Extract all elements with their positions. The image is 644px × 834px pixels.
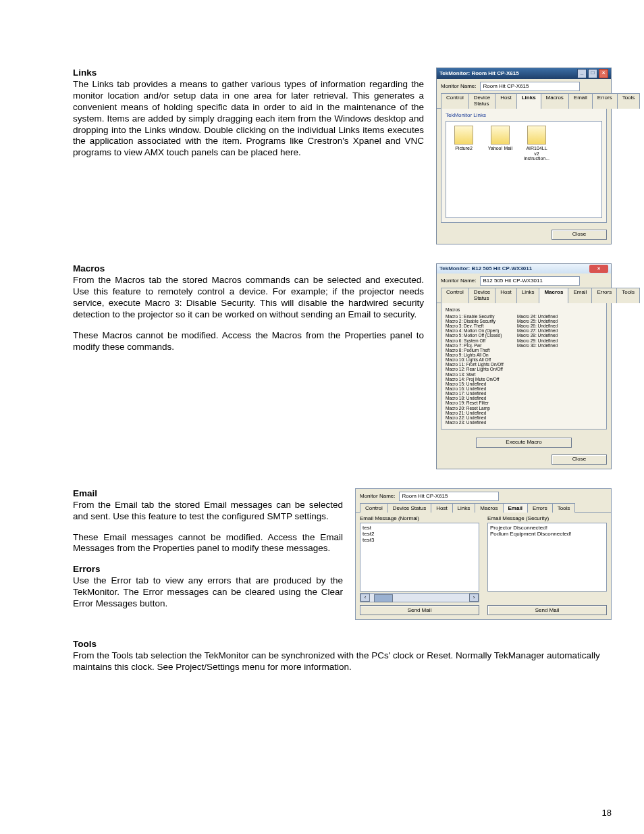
- macro-item[interactable]: Macro 6: System Off: [446, 338, 504, 343]
- macro-item[interactable]: Macro 30: Undefined: [517, 343, 558, 348]
- list-item[interactable]: Podium Equipment Disconnected!: [490, 531, 604, 537]
- macro-item[interactable]: Macro 12: Rear Lights On/Off: [446, 367, 504, 371]
- macro-item[interactable]: Macro 7: Proj. Pwr: [446, 343, 504, 348]
- email-paragraph-2: These Email messages cannot be modified.…: [73, 532, 343, 555]
- tab-errors[interactable]: Errors: [592, 93, 618, 109]
- tab-device-status[interactable]: Device Status: [468, 288, 495, 303]
- macros-list-left[interactable]: Macro 1: Enable Security Macro 2: Disabl…: [446, 314, 504, 425]
- close-button[interactable]: Close: [552, 230, 607, 240]
- macro-item[interactable]: Macro 2: Disable Security: [446, 319, 504, 323]
- tab-device-status[interactable]: Device Status: [468, 93, 495, 109]
- macro-item[interactable]: Macro 14: Proj Mute On/Off: [446, 377, 504, 382]
- macro-item[interactable]: Macro 21: Undefined: [446, 411, 504, 415]
- link-item[interactable]: Yahoo! Mail: [487, 126, 514, 213]
- macro-item[interactable]: Macro 18: Undefined: [446, 396, 504, 400]
- tab-email[interactable]: Email: [503, 503, 528, 513]
- macro-item[interactable]: Macro 28: Undefined: [517, 333, 558, 338]
- macro-item[interactable]: Macro 4: Motion On (Open): [446, 328, 504, 333]
- macros-titlebar: TekMonitor: B12 505 Hit CP-WX3011 ×: [437, 264, 611, 273]
- tab-email[interactable]: Email: [568, 93, 593, 109]
- screenshot-links-window: TekMonitor: Room Hit CP-X615 _ □ × Monit…: [436, 68, 612, 244]
- tab-errors[interactable]: Errors: [591, 288, 617, 303]
- close-button[interactable]: Close: [552, 454, 607, 465]
- tab-tools[interactable]: Tools: [616, 288, 640, 303]
- tab-macros[interactable]: Macros: [539, 288, 568, 303]
- tab-control[interactable]: Control: [441, 288, 469, 303]
- macro-item[interactable]: Macro 13: Start: [446, 372, 504, 377]
- tab-control[interactable]: Control: [441, 93, 469, 109]
- links-drop-area[interactable]: Picture2 Yahoo! Mail AIR104LL v2 Instruc…: [446, 121, 602, 218]
- links-titlebar: TekMonitor: Room Hit CP-X615 _ □ ×: [437, 68, 611, 79]
- maximize-icon[interactable]: □: [588, 69, 597, 78]
- horizontal-scrollbar[interactable]: ‹ ›: [360, 593, 479, 602]
- close-icon[interactable]: ×: [599, 69, 608, 78]
- tools-heading: Tools: [73, 639, 612, 649]
- tab-macros[interactable]: Macros: [541, 93, 569, 109]
- macro-item[interactable]: Macro 10: Lights All Off: [446, 357, 504, 362]
- email-normal-header: Email Message (Normal): [360, 515, 479, 521]
- email-security-list[interactable]: Projector Disconnected! Podium Equipment…: [487, 523, 607, 592]
- macros-paragraph-2: These Macros cannot be modified. Access …: [73, 330, 424, 353]
- tab-host[interactable]: Host: [495, 288, 516, 303]
- macro-item[interactable]: Macro 8: Podium Theft: [446, 348, 504, 353]
- macro-item[interactable]: Macro 29: Undefined: [517, 338, 558, 343]
- tab-tools[interactable]: Tools: [617, 93, 641, 109]
- link-item-label: Picture2: [450, 146, 477, 151]
- tab-host[interactable]: Host: [495, 93, 516, 109]
- email-tabs: Control Device Status Host Links Macros …: [356, 502, 611, 513]
- email-heading: Email: [73, 488, 343, 498]
- macro-item[interactable]: Macro 23: Undefined: [446, 420, 504, 425]
- send-mail-left-button[interactable]: Send Mail: [360, 605, 479, 615]
- macros-monitor-name-field[interactable]: B12 505 Hit CP-WX3011: [480, 276, 580, 286]
- tools-paragraph: From the Tools tab selection the TekMoni…: [73, 650, 612, 673]
- macro-item[interactable]: Macro 20: Reset Lamp: [446, 406, 504, 411]
- macro-item[interactable]: Macro 17: Undefined: [446, 391, 504, 396]
- tab-links[interactable]: Links: [516, 93, 541, 109]
- macros-tabs: Control Device Status Host Links Macros …: [437, 287, 611, 303]
- link-item[interactable]: AIR104LL v2 Instruction...: [523, 126, 550, 213]
- macro-item[interactable]: Macro 27: Undefined: [517, 328, 558, 333]
- macro-item[interactable]: Macro 1: Enable Security: [446, 314, 504, 319]
- minimize-icon[interactable]: _: [577, 69, 587, 78]
- macro-item[interactable]: Macro 3: Dev. Theft: [446, 323, 504, 328]
- email-monitor-name-field[interactable]: Room Hit CP-X615: [399, 492, 499, 501]
- macro-item[interactable]: Macro 19: Reset Filter: [446, 400, 504, 405]
- list-item[interactable]: test2: [363, 531, 477, 537]
- mail-icon: [491, 126, 510, 145]
- macro-item[interactable]: Macro 22: Undefined: [446, 415, 504, 420]
- tab-errors[interactable]: Errors: [527, 503, 553, 513]
- list-item[interactable]: Projector Disconnected!: [490, 525, 604, 531]
- close-icon[interactable]: ×: [589, 265, 608, 273]
- scroll-thumb[interactable]: [374, 594, 393, 602]
- tab-links[interactable]: Links: [452, 503, 476, 513]
- macro-item[interactable]: Macro 26: Undefined: [517, 323, 558, 328]
- macro-item[interactable]: Macro 15: Undefined: [446, 382, 504, 386]
- scroll-right-icon[interactable]: ›: [469, 594, 479, 602]
- file-icon: [454, 126, 473, 145]
- tab-control[interactable]: Control: [360, 503, 388, 513]
- tab-email[interactable]: Email: [568, 288, 592, 303]
- macro-item[interactable]: Macro 5: Motion Off (Closed): [446, 333, 504, 338]
- macro-item[interactable]: Macro 11: Front Lights On/Off: [446, 362, 504, 367]
- page-number: 18: [602, 808, 612, 818]
- tab-tools[interactable]: Tools: [552, 503, 576, 513]
- send-mail-right-button[interactable]: Send Mail: [487, 605, 607, 615]
- link-item[interactable]: Picture2: [450, 126, 477, 213]
- execute-macro-button[interactable]: Execute Macro: [476, 438, 572, 448]
- links-monitor-name-field[interactable]: Room Hit CP-X615: [480, 82, 580, 91]
- macros-list-right[interactable]: Macro 24: Undefined Macro 25: Undefined …: [517, 314, 558, 425]
- errors-paragraph: Use the Error tab to view any errors tha…: [73, 575, 343, 610]
- list-item[interactable]: test: [363, 525, 477, 531]
- tab-host[interactable]: Host: [431, 503, 452, 513]
- tab-links[interactable]: Links: [516, 288, 540, 303]
- scroll-left-icon[interactable]: ‹: [360, 594, 370, 602]
- email-normal-list[interactable]: test test2 test3: [360, 523, 479, 592]
- macro-item[interactable]: Macro 24: Undefined: [517, 314, 558, 319]
- list-item[interactable]: test3: [363, 537, 477, 543]
- macro-item[interactable]: Macro 25: Undefined: [517, 319, 558, 323]
- macro-item[interactable]: Macro 16: Undefined: [446, 386, 504, 391]
- errors-heading: Errors: [73, 564, 343, 574]
- macro-item[interactable]: Macro 9: Lights All On: [446, 353, 504, 357]
- tab-device-status[interactable]: Device Status: [387, 503, 431, 513]
- tab-macros[interactable]: Macros: [475, 503, 503, 513]
